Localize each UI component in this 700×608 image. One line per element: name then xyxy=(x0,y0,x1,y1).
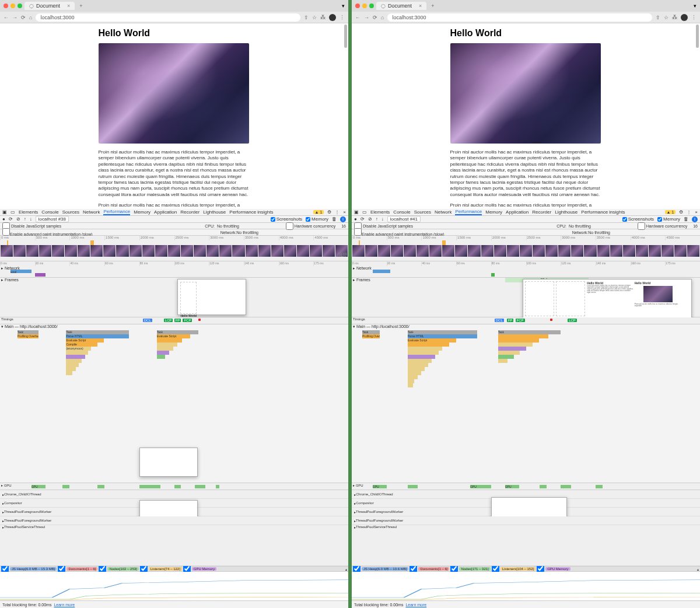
tab-sources[interactable]: Sources xyxy=(62,209,79,215)
thread-pool-service[interactable]: ▸ ThreadPoolServiceThread xyxy=(352,525,700,566)
tab-application[interactable]: Application xyxy=(506,209,528,215)
device-icon[interactable]: ▭ xyxy=(362,209,367,215)
cpu-throttle-select[interactable]: No throttling xyxy=(217,224,239,228)
screenshots-checkbox[interactable]: Screenshots xyxy=(271,216,302,222)
device-icon[interactable]: ▭ xyxy=(10,209,15,215)
browser-tab[interactable]: ◌ Document × xyxy=(376,2,426,10)
timing-dcl[interactable]: DCL xyxy=(495,319,504,322)
heap-pill[interactable]: JS Heap[6.0 MB – 15.3 MB] xyxy=(10,567,57,571)
recording-select[interactable]: localhost #38 xyxy=(36,216,69,222)
close-devtools-icon[interactable]: × xyxy=(343,209,346,215)
reload-button[interactable]: ⟳ xyxy=(373,15,377,20)
network-throttle-select[interactable]: No throttling xyxy=(236,230,258,235)
clear-button[interactable]: ⊘ xyxy=(368,216,372,222)
gpu-pill[interactable]: GPU Memory xyxy=(192,567,216,571)
reload-button[interactable]: ⟳ xyxy=(21,15,26,20)
screenshots-checkbox[interactable]: Screenshots xyxy=(622,216,654,222)
settings-gear-icon[interactable]: ⚙ xyxy=(679,209,683,215)
close-window-icon[interactable] xyxy=(355,4,360,8)
tab-elements[interactable]: Elements xyxy=(370,209,390,215)
more-icon[interactable]: ⋮ xyxy=(687,209,691,215)
timing-fcp[interactable]: FCP xyxy=(183,319,192,322)
thread-pool-fg1[interactable]: ▸ ThreadPoolForegroundWorker xyxy=(0,508,348,516)
info-badge[interactable]: i xyxy=(692,216,698,222)
page-viewport[interactable]: Hello World Proin nisl auctor mollis hac… xyxy=(352,23,700,209)
memory-checkbox[interactable]: Memory xyxy=(657,216,680,222)
timing-marker[interactable] xyxy=(198,319,201,321)
kebab-menu-icon[interactable]: ⋮ xyxy=(691,15,696,20)
profile-avatar[interactable] xyxy=(329,14,336,21)
tab-recorder[interactable]: Recorder xyxy=(180,209,200,215)
minimize-window-icon[interactable] xyxy=(362,4,367,8)
scrollbar-vertical[interactable] xyxy=(344,25,347,48)
thread-pool-service[interactable]: ▸ ThreadPoolServiceThread xyxy=(0,525,348,566)
memory-graph[interactable] xyxy=(0,572,348,601)
thread-pool-fg1[interactable]: ▸ ThreadPoolForegroundWorker xyxy=(352,508,700,516)
adv-paint-checkbox[interactable]: Enable advanced paint instrumentation (s… xyxy=(354,228,444,236)
close-devtools-icon[interactable]: × xyxy=(695,209,698,215)
overview-timeline[interactable]: 0 ms500 ms1000 ms1500 ms2000 ms2500 ms30… xyxy=(0,236,348,261)
record-button[interactable]: ● xyxy=(354,216,357,222)
maximize-window-icon[interactable] xyxy=(18,4,22,8)
window-menu-icon[interactable]: ▾ xyxy=(342,3,345,9)
timing-dcl[interactable]: DCL xyxy=(143,319,152,322)
close-window-icon[interactable] xyxy=(4,4,8,8)
collapse-up-icon[interactable]: ▴ xyxy=(345,567,347,571)
tab-sources[interactable]: Sources xyxy=(414,209,431,215)
inspect-icon[interactable]: ▣ xyxy=(2,209,7,215)
warning-badge[interactable]: ▲ 1 xyxy=(665,210,676,214)
timing-marker[interactable] xyxy=(550,319,552,321)
traffic-lights[interactable] xyxy=(355,4,374,8)
browser-tab[interactable]: ◌ Document × xyxy=(24,2,75,10)
main-thread-flame[interactable]: ▾ Main — http://localhost:3000/ Task Pro… xyxy=(352,324,700,483)
thread-chrome-io[interactable]: ▸ Chrome_ChildIOThread xyxy=(0,490,348,499)
extensions-icon[interactable]: ⁂ xyxy=(320,15,326,20)
overview-timeline[interactable]: 0 ms500 ms1000 ms1500 ms2000 ms2500 ms30… xyxy=(352,236,700,261)
tab-console[interactable]: Console xyxy=(393,209,410,215)
heap-pill[interactable]: JS Heap[6.0 MB – 10.6 MB] xyxy=(362,567,408,571)
timings-track[interactable]: Timings DCL LCP FP FCP xyxy=(0,317,348,324)
url-input[interactable]: localhost:3000 xyxy=(387,13,652,22)
tab-application[interactable]: Application xyxy=(154,209,177,215)
maximize-window-icon[interactable] xyxy=(369,4,374,8)
tab-network[interactable]: Network xyxy=(435,209,452,215)
home-button[interactable]: ⌂ xyxy=(381,15,384,20)
learn-more-link[interactable]: Learn more xyxy=(405,603,426,607)
tab-lighthouse[interactable]: Lighthouse xyxy=(203,209,226,215)
thread-pool-fg2[interactable]: ▸ ThreadPoolForegroundWorker xyxy=(352,516,700,525)
tab-recorder[interactable]: Recorder xyxy=(532,209,551,215)
memory-checkbox[interactable]: Memory xyxy=(306,216,328,222)
tab-performance[interactable]: Performance xyxy=(455,209,482,215)
save-button[interactable]: ↓ xyxy=(30,216,32,222)
inspect-icon[interactable]: ▣ xyxy=(354,209,359,215)
bookmark-icon[interactable]: ☆ xyxy=(664,15,668,20)
back-button[interactable]: ← xyxy=(355,15,360,20)
tab-console[interactable]: Console xyxy=(41,209,58,215)
doc-pill[interactable]: Documents[1 – 6] xyxy=(418,567,449,571)
reload-record-button[interactable]: ⟳ xyxy=(360,216,365,222)
tab-lighthouse[interactable]: Lighthouse xyxy=(555,209,578,215)
gpu-track[interactable]: ▸ GPU GPU GPU GPU xyxy=(352,483,700,490)
scrollbar-vertical[interactable] xyxy=(696,25,699,48)
close-tab-icon[interactable]: × xyxy=(67,3,70,9)
url-input[interactable]: localhost:3000 xyxy=(36,13,300,22)
frames-track[interactable]: ▸ Frames Hello World Proin nisl auctor m… xyxy=(0,278,348,317)
new-tab-button[interactable]: + xyxy=(77,3,85,9)
cpu-throttle-select[interactable]: No throttling xyxy=(569,224,591,228)
timing-fcp[interactable]: FCP xyxy=(516,319,525,322)
bookmark-icon[interactable]: ☆ xyxy=(312,15,317,20)
profile-avatar[interactable] xyxy=(681,14,688,21)
memory-graph[interactable] xyxy=(352,572,700,601)
tab-memory[interactable]: Memory xyxy=(134,209,150,215)
extensions-icon[interactable]: ⁂ xyxy=(672,15,677,20)
nodes-pill[interactable]: Nodes[171 – 321] xyxy=(459,567,490,571)
gpu-pill[interactable]: GPU Memory xyxy=(545,567,570,571)
load-button[interactable]: ↑ xyxy=(24,216,26,222)
network-track[interactable]: ▸ Network local xyxy=(0,266,348,278)
load-button[interactable]: ↑ xyxy=(376,216,378,222)
recording-select[interactable]: localhost #41 xyxy=(387,216,421,222)
minimize-window-icon[interactable] xyxy=(10,4,15,8)
reload-record-button[interactable]: ⟳ xyxy=(9,216,13,222)
warning-badge[interactable]: ▲ 1 xyxy=(313,210,324,214)
timing-lcp[interactable]: LCP xyxy=(568,319,577,322)
